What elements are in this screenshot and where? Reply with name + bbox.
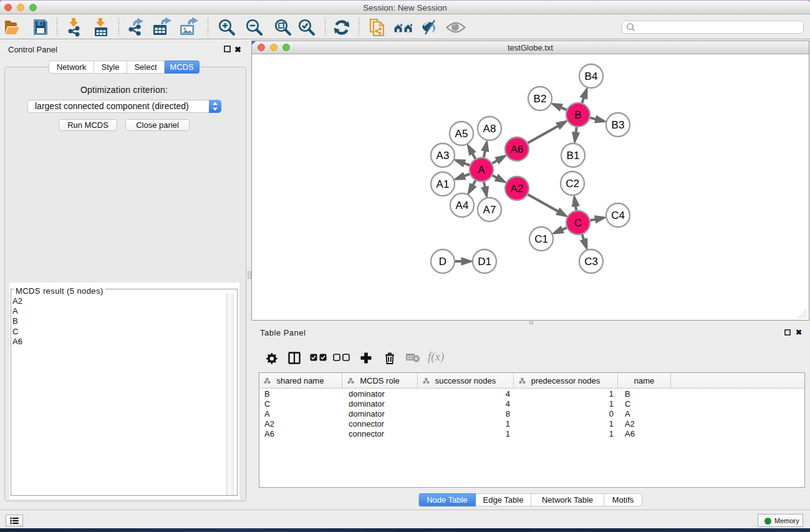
svg-text:B2: B2 (534, 93, 547, 105)
svg-text:A1: A1 (436, 178, 450, 190)
svg-text:B4: B4 (585, 70, 598, 82)
svg-text:A2: A2 (511, 183, 524, 195)
svg-text:A6: A6 (511, 143, 524, 155)
svg-text:A3: A3 (436, 150, 450, 162)
svg-text:C3: C3 (584, 256, 598, 268)
svg-text:A4: A4 (456, 200, 469, 211)
svg-text:D: D (439, 256, 446, 268)
svg-text:C1: C1 (534, 233, 548, 245)
svg-text:A: A (478, 164, 485, 176)
svg-text:B3: B3 (612, 119, 625, 131)
svg-text:C: C (574, 217, 582, 229)
svg-text:C2: C2 (566, 178, 579, 190)
svg-text:A5: A5 (455, 128, 468, 140)
svg-text:C4: C4 (611, 210, 625, 221)
svg-text:B1: B1 (567, 150, 580, 162)
svg-text:D1: D1 (478, 256, 491, 268)
svg-text:A7: A7 (483, 204, 496, 216)
svg-text:B: B (574, 109, 581, 121)
svg-text:A8: A8 (483, 123, 496, 135)
